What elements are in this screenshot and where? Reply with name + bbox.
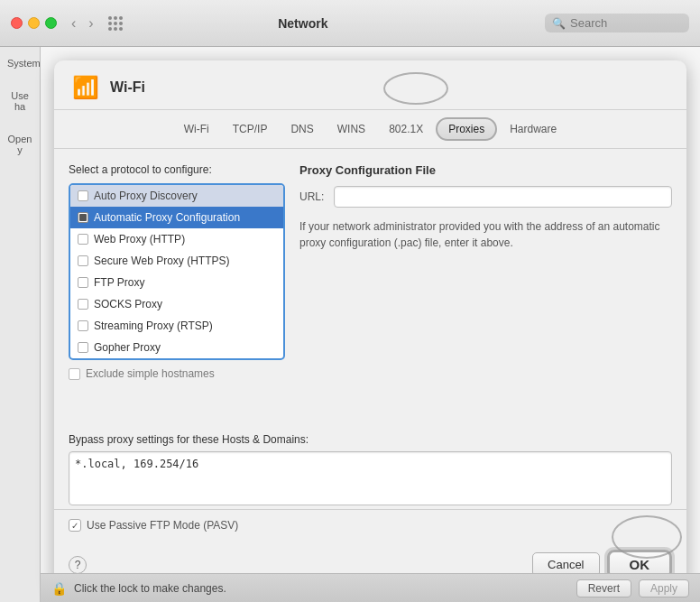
proto-streaming-proxy[interactable]: Streaming Proxy (RTSP) [70, 315, 283, 337]
url-input[interactable] [334, 186, 672, 208]
proto-auto-proxy-config-checkbox[interactable] [78, 212, 88, 223]
proto-gopher-label: Gopher Proxy [94, 341, 161, 354]
maximize-button[interactable] [45, 17, 57, 29]
lock-left: 🔒 Click the lock to make changes. [51, 581, 226, 596]
proto-secure-web-checkbox[interactable] [78, 255, 88, 266]
panel-body: Select a protocol to configure: Auto Pro… [54, 149, 686, 433]
proto-streaming-checkbox[interactable] [78, 320, 88, 331]
proto-ftp-label: FTP Proxy [94, 276, 144, 289]
tab-wifi[interactable]: Wi-Fi [173, 117, 220, 141]
proto-auto-proxy-checkbox[interactable] [78, 190, 88, 201]
proto-streaming-label: Streaming Proxy (RTSP) [94, 320, 213, 332]
proxy-config-column: Proxy Configuration File URL: If your ne… [299, 163, 672, 419]
wifi-icon: 📶 [72, 75, 99, 100]
protocol-column: Select a protocol to configure: Auto Pro… [69, 163, 285, 419]
proto-socks-label: SOCKS Proxy [94, 298, 162, 310]
tab-proxies[interactable]: Proxies [436, 117, 497, 141]
tab-hardware[interactable]: Hardware [499, 117, 567, 141]
sidebar-item-use: Use ha [0, 79, 40, 123]
proto-ftp-checkbox[interactable] [78, 277, 88, 288]
proto-auto-proxy-label: Auto Proxy Discovery [94, 190, 198, 202]
lock-icon[interactable]: 🔒 [51, 581, 67, 596]
exclude-row: Exclude simple hostnames [69, 367, 285, 380]
close-button[interactable] [11, 17, 23, 29]
lock-bar: 🔒 Click the lock to make changes. Revert… [41, 573, 700, 602]
minimize-button[interactable] [28, 17, 40, 29]
proto-secure-web-proxy[interactable]: Secure Web Proxy (HTTPS) [70, 250, 283, 272]
proto-auto-proxy-discovery[interactable]: Auto Proxy Discovery [70, 185, 283, 207]
search-input[interactable] [570, 16, 678, 30]
passive-ftp-checkbox[interactable]: ✓ [69, 519, 81, 532]
tab-tcpip[interactable]: TCP/IP [222, 117, 279, 141]
proto-web-proxy-http-label: Web Proxy (HTTP) [94, 233, 185, 245]
tab-8021x[interactable]: 802.1X [378, 117, 434, 141]
tab-dns[interactable]: DNS [280, 117, 324, 141]
revert-button[interactable]: Revert [576, 579, 631, 597]
window-title: Network [61, 16, 545, 31]
proto-web-proxy-http[interactable]: Web Proxy (HTTP) [70, 228, 283, 250]
network-panel: 📶 Wi-Fi Wi-Fi TCP/IP DNS WINS 802.1X Pro… [54, 60, 686, 588]
sidebar-item-open: Open y [0, 123, 40, 166]
apply-button[interactable]: Apply [639, 579, 689, 597]
protocol-section-label: Select a protocol to configure: [69, 163, 285, 176]
tab-bar: Wi-Fi TCP/IP DNS WINS 802.1X Proxies Har… [54, 110, 686, 149]
tab-wins[interactable]: WINS [327, 117, 376, 141]
url-label: URL: [299, 190, 327, 203]
passive-ftp-label: Use Passive FTP Mode (PASV) [87, 519, 238, 532]
proxy-info-text: If your network administrator provided y… [299, 218, 672, 251]
exclude-label: Exclude simple hostnames [86, 367, 215, 380]
bypass-label: Bypass proxy settings for these Hosts & … [69, 433, 672, 446]
proto-ftp-proxy[interactable]: FTP Proxy [70, 272, 283, 293]
proto-auto-proxy-config[interactable]: Automatic Proxy Configuration [70, 207, 283, 228]
proto-socks-proxy[interactable]: SOCKS Proxy [70, 293, 283, 315]
bypass-textarea[interactable]: *.local, 169.254/16 [69, 451, 672, 505]
help-button[interactable]: ? [69, 556, 87, 574]
main-content: 📶 Wi-Fi Wi-Fi TCP/IP DNS WINS 802.1X Pro… [41, 47, 700, 602]
panel-footer: ✓ Use Passive FTP Mode (PASV) [54, 509, 686, 541]
sidebar-item-system: System [0, 47, 40, 79]
proto-socks-checkbox[interactable] [78, 299, 88, 310]
panel-title: Wi-Fi [110, 79, 145, 96]
bypass-section: Bypass proxy settings for these Hosts & … [54, 433, 686, 509]
search-icon: 🔍 [552, 17, 566, 30]
panel-header: 📶 Wi-Fi [54, 60, 686, 110]
proto-gopher-proxy[interactable]: Gopher Proxy [70, 337, 283, 358]
exclude-checkbox[interactable] [69, 368, 80, 380]
passive-ftp-row: ✓ Use Passive FTP Mode (PASV) [69, 519, 238, 532]
titlebar: ‹ › Network 🔍 [0, 0, 700, 47]
search-box[interactable]: 🔍 [545, 14, 689, 32]
sidebar: System Use ha Open y [0, 47, 41, 602]
proto-auto-proxy-config-label: Automatic Proxy Configuration [94, 211, 240, 224]
url-row: URL: [299, 186, 672, 208]
lock-right: Revert Apply [576, 579, 689, 597]
traffic-lights [11, 17, 57, 29]
lock-text: Click the lock to make changes. [74, 582, 226, 595]
protocol-list: Auto Proxy Discovery Automatic Proxy Con… [69, 183, 285, 360]
proto-gopher-checkbox[interactable] [78, 342, 88, 353]
proto-web-proxy-http-checkbox[interactable] [78, 234, 88, 245]
proxy-config-title: Proxy Configuration File [299, 163, 672, 177]
proto-secure-web-label: Secure Web Proxy (HTTPS) [94, 255, 229, 267]
